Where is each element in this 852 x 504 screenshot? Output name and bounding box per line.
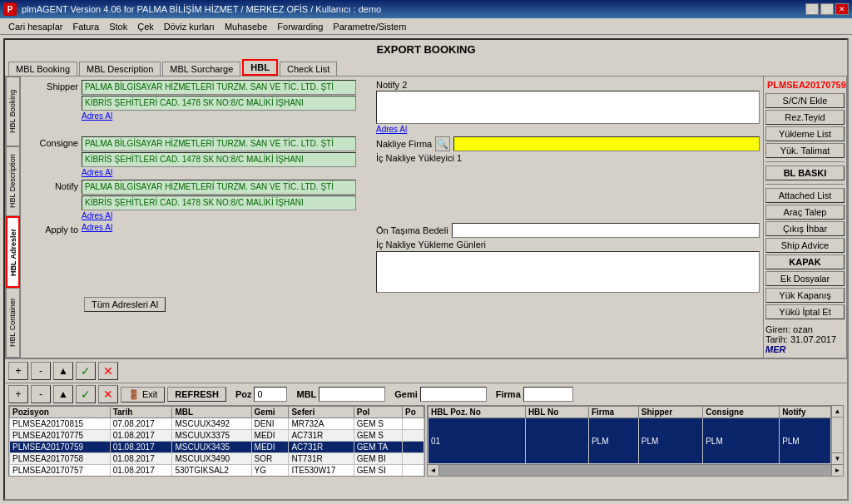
scroll-up-arrow[interactable]: ▲ [832, 406, 843, 418]
kapak-button[interactable]: KAPAK [765, 254, 845, 269]
notify-row: Notify PALMA BİLGİSAYAR HİZMETLERİ TURZM… [24, 180, 760, 220]
remove-button[interactable]: - [31, 385, 51, 403]
tab-mbl-description[interactable]: MBL Description [79, 62, 161, 76]
cell-sefer: NT731R [289, 453, 354, 465]
vtab-hbl-container[interactable]: HBL Container [6, 288, 20, 358]
tables-area: Pozisyon Tarih MBL Gemi Seferi Pol Po PL… [5, 405, 847, 480]
firma-label-toolbar: Firma [496, 389, 521, 399]
menu-fatura[interactable]: Fatura [67, 20, 104, 33]
notify-addr-al[interactable]: Adres Al [82, 211, 356, 220]
vtab-hbl-description[interactable]: HBL Description [6, 146, 20, 216]
tab-hbl[interactable]: HBL [242, 59, 278, 76]
poz-input[interactable] [254, 387, 287, 402]
separator2 [765, 184, 845, 185]
bottom-scrollbar[interactable]: ◄ ► [428, 464, 843, 476]
nakliye-search-icon[interactable]: 🔍 [435, 136, 450, 151]
close-button[interactable]: ✕ [835, 3, 849, 15]
menu-forwarding[interactable]: Forwarding [272, 20, 328, 33]
arac-talep-button[interactable]: Araç Talep [765, 205, 845, 220]
nakliye-firma-input[interactable] [453, 136, 760, 151]
apply-to-label: Apply to [24, 223, 78, 235]
cell-gemi: MEDI [251, 430, 289, 442]
ship-advice-button[interactable]: Ship Advice [765, 238, 845, 253]
left-table-row[interactable]: PLMSEA20170757 01.08.2017 530TGIKSAL2 YG… [10, 465, 424, 477]
maximize-button[interactable]: □ [820, 3, 834, 15]
refresh-button[interactable]: REFRESH [167, 387, 226, 402]
yuk-talimat-button[interactable]: Yük. Talimat [765, 143, 845, 158]
bl-baski-button[interactable]: BL BASKI [765, 166, 845, 180]
on-tasima-section: Ön Taşıma Bedeli İç Nakliye Yükleme Günl… [376, 223, 760, 293]
tum-adresleri-section: Tüm Adresleri Al [24, 295, 760, 314]
shipper-addr-al[interactable]: Adres Al [82, 111, 356, 121]
attached-list-button[interactable]: Attached List [765, 188, 845, 203]
scroll-down-arrow[interactable]: ▼ [832, 452, 843, 464]
tab-check-list[interactable]: Check List [280, 62, 337, 76]
check-button[interactable]: ✓ [76, 385, 96, 403]
check-button-mid[interactable]: ✓ [76, 362, 96, 380]
scn-ekle-button[interactable]: S/C/N Ekle [765, 93, 845, 108]
tab-mbl-surcharge[interactable]: MBL Surcharge [162, 62, 240, 76]
nakliye-section: Nakliye Firma 🔍 İç Nakliye Yükleyici 1 [376, 136, 760, 163]
tum-adresleri-button[interactable]: Tüm Adresleri Al [84, 297, 166, 312]
right-table-header: HBL Poz. No HBL No Firma Shipper Consign… [428, 407, 831, 418]
right-table-scroll[interactable]: HBL Poz. No HBL No Firma Shipper Consign… [428, 406, 843, 464]
firma-input[interactable] [523, 387, 573, 402]
rez-teyid-button[interactable]: Rez.Teyid [765, 110, 845, 125]
col-pozisyon: Pozisyon [10, 407, 111, 418]
notify-field-group: PALMA BİLGİSAYAR HİZMETLERİ TURZM. SAN V… [82, 180, 356, 220]
apply-to-row: Apply to Adres Al Ön Taşıma Bedeli İç Na… [24, 223, 760, 293]
add-button[interactable]: + [8, 385, 28, 403]
on-tasima-input[interactable] [452, 223, 760, 238]
cikis-ihbar-button[interactable]: Çıkış İhbar [765, 221, 845, 236]
gemi-input[interactable] [420, 387, 487, 402]
cell-hbl-poz: 01 [428, 418, 526, 464]
titlebar-controls[interactable]: _ □ ✕ [805, 3, 849, 15]
scroll-right-arrow[interactable]: ► [831, 465, 843, 476]
menu-parametre[interactable]: Parametre/Sistem [328, 20, 411, 33]
vertical-tabs: HBL Booking HBL Description HBL Adresler… [6, 77, 21, 358]
cancel-button[interactable]: ✕ [98, 385, 118, 403]
remove-button-mid[interactable]: - [31, 362, 51, 380]
right-table: HBL Poz. No HBL No Firma Shipper Consign… [428, 406, 831, 464]
yukleme-list-button[interactable]: Yükleme List [765, 126, 845, 141]
mbl-input[interactable] [319, 387, 385, 402]
left-table-row[interactable]: PLMSEA20170758 01.08.2017 MSCUUX3490 SOR… [10, 453, 424, 465]
up-button-mid[interactable]: ▲ [53, 362, 73, 380]
cell-sefer: MR732A [289, 418, 354, 430]
apply-to-addr-al[interactable]: Adres Al [82, 223, 356, 232]
left-table-row[interactable]: PLMSEA20170759 01.08.2017 MSCUUX3435 MED… [10, 442, 424, 453]
add-button-mid[interactable]: + [8, 362, 28, 380]
gemi-label-toolbar: Gemi [394, 389, 418, 399]
cancel-button-mid[interactable]: ✕ [98, 362, 118, 380]
notify2-addr-al[interactable]: Adres Al [376, 125, 760, 134]
menu-cek[interactable]: Çek [132, 20, 159, 33]
menu-doviz[interactable]: Döviz kurları [159, 20, 220, 33]
vtab-hbl-booking[interactable]: HBL Booking [6, 77, 20, 146]
left-table-scroll[interactable]: Pozisyon Tarih MBL Gemi Seferi Pol Po PL… [9, 406, 424, 476]
cell-pol: GEM TA [354, 442, 402, 453]
col-mbl: MBL [172, 407, 251, 418]
cell-sefer: AC731R [289, 430, 354, 442]
vtab-hbl-adresler[interactable]: HBL Adresler [6, 216, 20, 288]
right-table-row[interactable]: 01 PLM PLM PLM PLM [428, 418, 831, 464]
menu-cari-hesaplar[interactable]: Cari hesaplar [3, 20, 67, 33]
ek-dosyalar-button[interactable]: Ek Dosyalar [765, 271, 845, 286]
exit-button[interactable]: 🚪 Exit [121, 387, 165, 403]
yuk-kapanis-button[interactable]: Yük Kapanış [765, 288, 845, 303]
left-table-row[interactable]: PLMSEA20170815 07.08.2017 MSCUUX3492 DEN… [10, 418, 424, 430]
minimize-button[interactable]: _ [805, 3, 819, 15]
cell-mbl: 530TGIKSAL2 [172, 465, 251, 477]
consigne-addr-al[interactable]: Adres Al [82, 168, 356, 177]
notify2-textarea[interactable] [376, 91, 760, 124]
yuku-iptal-et-button[interactable]: Yükü İptal Et [765, 304, 845, 319]
menu-muhasebe[interactable]: Muhasebe [220, 20, 272, 33]
consigne-line1: PALMA BİLGİSAYAR HİZMETLERİ TURZM. SAN V… [82, 136, 356, 151]
menu-stok[interactable]: Stok [104, 20, 132, 33]
ic-nakliye-gun-textarea[interactable] [376, 251, 760, 293]
right-scrollbar[interactable]: ▲ ▼ [831, 406, 843, 464]
col-firma: Firma [588, 407, 638, 418]
up-button[interactable]: ▲ [53, 385, 73, 403]
scroll-left-arrow[interactable]: ◄ [428, 465, 439, 476]
tab-mbl-booking[interactable]: MBL Booking [8, 62, 77, 76]
left-table-row[interactable]: PLMSEA20170775 01.08.2017 MSCUUX3375 MED… [10, 430, 424, 442]
